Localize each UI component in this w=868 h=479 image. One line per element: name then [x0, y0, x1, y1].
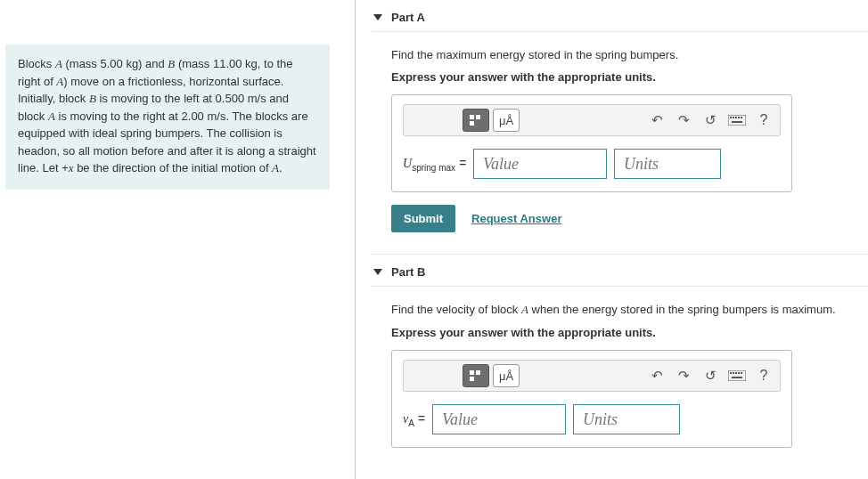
keyboard-icon[interactable] [726, 110, 748, 131]
svg-rect-10 [470, 370, 474, 375]
part-a-title: Part A [391, 11, 425, 24]
template-icon[interactable] [463, 364, 489, 387]
part-a-request-answer-link[interactable]: Request Answer [471, 212, 561, 225]
part-a-variable-label: Uspring max = [403, 156, 466, 173]
part-b-header[interactable]: Part B [372, 258, 868, 287]
template-icon[interactable] [463, 109, 489, 132]
undo-icon[interactable]: ↶ [646, 110, 667, 131]
part-a-value-input[interactable] [473, 149, 607, 179]
part-a-header[interactable]: Part A [372, 4, 868, 32]
help-icon[interactable]: ? [753, 110, 774, 131]
svg-rect-6 [735, 117, 737, 118]
units-format-button[interactable]: μÅ [493, 364, 520, 387]
part-b-instruction: Express your answer with the appropriate… [391, 326, 868, 339]
vertical-divider [355, 0, 356, 479]
svg-rect-19 [732, 377, 742, 378]
part-a-units-input[interactable] [614, 149, 721, 179]
help-icon[interactable]: ? [753, 365, 774, 386]
part-b-toolbar: μÅ ↶ ↷ ↺ ? [403, 360, 781, 392]
svg-rect-4 [730, 117, 732, 118]
svg-rect-12 [470, 377, 474, 381]
reset-icon[interactable]: ↺ [700, 365, 721, 386]
redo-icon[interactable]: ↷ [673, 365, 694, 386]
svg-rect-1 [476, 115, 480, 119]
svg-rect-5 [733, 117, 734, 118]
part-a-toolbar: μÅ ↶ ↷ ↺ ? [403, 104, 781, 136]
part-a-submit-button[interactable]: Submit [391, 205, 455, 232]
redo-icon[interactable]: ↷ [673, 110, 694, 131]
svg-rect-3 [728, 115, 746, 126]
svg-rect-0 [470, 115, 474, 119]
keyboard-icon[interactable] [726, 365, 748, 386]
part-b-prompt: Find the velocity of block A when the en… [391, 303, 868, 317]
svg-rect-7 [738, 117, 740, 118]
collapse-icon [373, 14, 382, 20]
part-b-variable-label: vA = [403, 411, 425, 428]
part-b-value-input[interactable] [432, 404, 566, 434]
part-b-answer-box: μÅ ↶ ↷ ↺ ? vA = [391, 350, 792, 448]
undo-icon[interactable]: ↶ [646, 365, 667, 386]
collapse-icon [373, 269, 382, 275]
part-a-instruction: Express your answer with the appropriate… [391, 70, 868, 84]
svg-rect-14 [730, 372, 732, 374]
units-format-button[interactable]: μÅ [493, 109, 520, 132]
svg-rect-9 [732, 121, 742, 123]
svg-rect-13 [728, 370, 746, 381]
svg-rect-11 [476, 370, 480, 375]
svg-rect-8 [741, 117, 742, 118]
svg-rect-18 [741, 372, 742, 374]
svg-rect-2 [470, 121, 474, 126]
part-b-title: Part B [391, 265, 425, 279]
svg-rect-16 [735, 372, 737, 374]
svg-rect-17 [738, 372, 740, 374]
problem-statement: Blocks A (mass 5.00 kg) and B (mass 11.0… [5, 45, 330, 190]
part-a-answer-box: μÅ ↶ ↷ ↺ ? Uspring max = [391, 94, 792, 192]
part-a-prompt: Find the maximum energy stored in the sp… [391, 48, 868, 61]
svg-rect-15 [733, 372, 734, 374]
reset-icon[interactable]: ↺ [700, 110, 721, 131]
part-b-units-input[interactable] [573, 404, 680, 434]
